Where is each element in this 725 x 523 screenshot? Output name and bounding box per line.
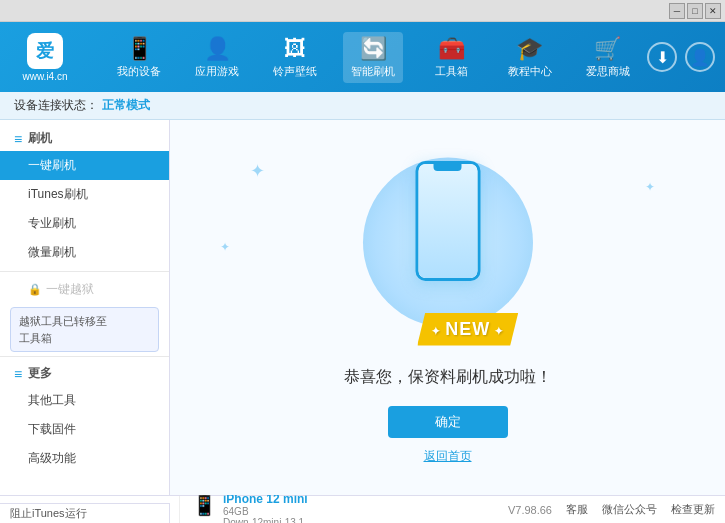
sparkle-1: ✦: [250, 160, 265, 182]
sidebar-flash-label: 刷机: [28, 130, 52, 147]
stop-itunes-bar[interactable]: 阻止iTunes运行: [0, 503, 170, 523]
sidebar-section-jailbreak: 🔒 一键越狱: [0, 276, 169, 303]
nav-item-app-game[interactable]: 👤应用游戏: [187, 32, 247, 83]
sidebar-item-other-tools[interactable]: 其他工具: [0, 386, 169, 415]
minimize-btn[interactable]: ─: [669, 3, 685, 19]
bottom-right: V7.98.66 客服 微信公众号 检查更新: [508, 502, 715, 517]
sidebar-section-more: ≡ 更多: [0, 361, 169, 386]
sidebar: ≡ 刷机 一键刷机 iTunes刷机 专业刷机 微量刷机 🔒 一键越狱 越狱工具…: [0, 120, 170, 495]
check-update-link[interactable]: 检查更新: [671, 502, 715, 517]
nav-label-my-device: 我的设备: [117, 64, 161, 79]
customer-service-link[interactable]: 客服: [566, 502, 588, 517]
back-home-link[interactable]: 返回首页: [424, 448, 472, 465]
nav-label-ringtone: 铃声壁纸: [273, 64, 317, 79]
version-text: V7.98.66: [508, 504, 552, 516]
nav-icon-app-game: 👤: [204, 36, 231, 62]
sidebar-section-flash: ≡ 刷机: [0, 126, 169, 151]
nav-item-shop[interactable]: 🛒爱思商城: [578, 32, 638, 83]
device-phone-icon: 📱: [192, 493, 217, 517]
download-btn[interactable]: ⬇: [647, 42, 677, 72]
device-details: iPhone 12 mini 64GB Down-12mini-13,1: [223, 492, 308, 524]
nav-item-my-device[interactable]: 📱我的设备: [109, 32, 169, 83]
nav-icon-tutorial: 🎓: [516, 36, 543, 62]
phone-notch: [434, 164, 462, 171]
jailbreak-notice: 越狱工具已转移至工具箱: [10, 307, 159, 352]
nav-label-smart-shop: 智能刷机: [351, 64, 395, 79]
status-value: 正常模式: [102, 97, 150, 114]
logo[interactable]: 爱 www.i4.cn: [10, 33, 80, 82]
wechat-link[interactable]: 微信公众号: [602, 502, 657, 517]
divider-2: [0, 356, 169, 357]
logo-icon: 爱: [27, 33, 63, 69]
nav-icon-smart-shop: 🔄: [360, 36, 387, 62]
jailbreak-label: 一键越狱: [46, 281, 94, 298]
title-bar: ─ □ ✕: [0, 0, 725, 22]
nav-icon-shop: 🛒: [594, 36, 621, 62]
logo-url: www.i4.cn: [22, 71, 67, 82]
nav-icon-my-device: 📱: [126, 36, 153, 62]
status-prefix: 设备连接状态：: [14, 97, 98, 114]
header: 爱 www.i4.cn 📱我的设备👤应用游戏🖼铃声壁纸🔄智能刷机🧰工具箱🎓教程中…: [0, 22, 725, 92]
more-icon: ≡: [14, 366, 22, 382]
lock-icon: 🔒: [28, 283, 42, 296]
stop-itunes-label: 阻止iTunes运行: [10, 506, 87, 521]
header-right: ⬇ 👤: [647, 42, 715, 72]
main-layout: ≡ 刷机 一键刷机 iTunes刷机 专业刷机 微量刷机 🔒 一键越狱 越狱工具…: [0, 120, 725, 495]
nav-label-app-game: 应用游戏: [195, 64, 239, 79]
flash-icon: ≡: [14, 131, 22, 147]
status-bar: 设备连接状态： 正常模式: [0, 92, 725, 120]
sidebar-item-itunes-flash[interactable]: iTunes刷机: [0, 180, 169, 209]
sidebar-item-fix-flash[interactable]: 微量刷机: [0, 238, 169, 267]
nav-label-toolbox: 工具箱: [435, 64, 468, 79]
nav-item-tutorial[interactable]: 🎓教程中心: [500, 32, 560, 83]
new-badge: NEW: [417, 313, 518, 346]
phone-body: [415, 161, 480, 281]
divider-1: [0, 271, 169, 272]
content-area: ✦ ✦ ✦ NEW 恭喜您，保资料刷机成功啦！ 确定 返回首页: [170, 120, 725, 495]
phone-screen: [418, 164, 477, 278]
nav-icon-ringtone: 🖼: [284, 36, 306, 62]
sidebar-item-download-fw[interactable]: 下载固件: [0, 415, 169, 444]
close-btn[interactable]: ✕: [705, 3, 721, 19]
nav-item-ringtone[interactable]: 🖼铃声壁纸: [265, 32, 325, 83]
sidebar-item-pro-flash[interactable]: 专业刷机: [0, 209, 169, 238]
sidebar-item-advanced[interactable]: 高级功能: [0, 444, 169, 473]
device-storage: 64GB: [223, 506, 308, 517]
nav-icon-toolbox: 🧰: [438, 36, 465, 62]
nav-label-shop: 爱思商城: [586, 64, 630, 79]
phone-illustration: NEW: [368, 151, 528, 351]
nav-item-smart-shop[interactable]: 🔄智能刷机: [343, 32, 403, 83]
sidebar-more-label: 更多: [28, 365, 52, 382]
device-model: Down-12mini-13,1: [223, 517, 308, 524]
success-text: 恭喜您，保资料刷机成功啦！: [344, 367, 552, 388]
confirm-button[interactable]: 确定: [388, 406, 508, 438]
sparkle-2: ✦: [645, 180, 655, 194]
sparkle-3: ✦: [220, 240, 230, 254]
nav-label-tutorial: 教程中心: [508, 64, 552, 79]
maximize-btn[interactable]: □: [687, 3, 703, 19]
nav-bar: 📱我的设备👤应用游戏🖼铃声壁纸🔄智能刷机🧰工具箱🎓教程中心🛒爱思商城: [100, 32, 647, 83]
sidebar-item-one-click-flash[interactable]: 一键刷机: [0, 151, 169, 180]
user-btn[interactable]: 👤: [685, 42, 715, 72]
nav-item-toolbox[interactable]: 🧰工具箱: [422, 32, 482, 83]
